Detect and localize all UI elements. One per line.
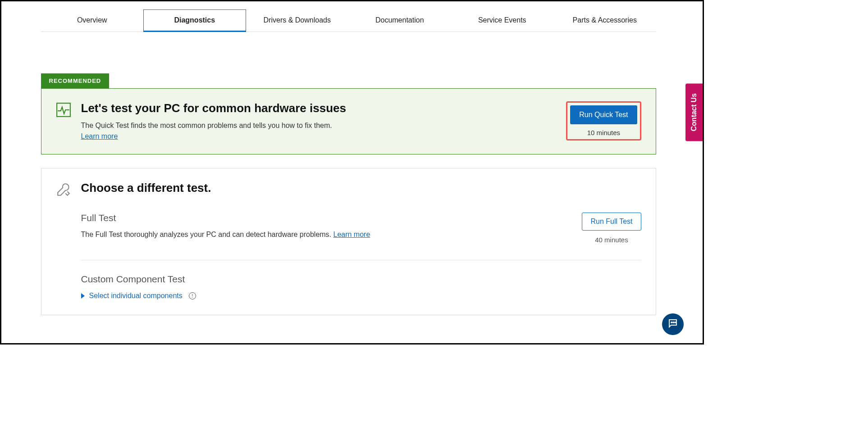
recommended-section: RECOMMENDED Let's test your PC for commo… <box>41 73 656 154</box>
tab-diagnostics[interactable]: Diagnostics <box>143 9 246 32</box>
full-test-learn-more-link[interactable]: Learn more <box>333 231 370 238</box>
tab-service-events[interactable]: Service Events <box>451 9 554 32</box>
svg-point-2 <box>673 322 674 323</box>
tab-parts[interactable]: Parts & Accessories <box>553 9 656 32</box>
tab-documentation[interactable]: Documentation <box>348 9 451 32</box>
tab-drivers[interactable]: Drivers & Downloads <box>246 9 349 32</box>
full-test-duration: 40 minutes <box>582 236 641 244</box>
tab-bar: Overview Diagnostics Drivers & Downloads… <box>41 1 656 32</box>
chat-icon <box>667 318 678 331</box>
run-quick-test-button[interactable]: Run Quick Test <box>570 105 637 124</box>
alternate-tests-card: Choose a different test. Full Test The F… <box>41 168 656 315</box>
select-components-toggle[interactable]: Select individual components ! <box>81 292 196 300</box>
contact-us-tab[interactable]: Contact Us <box>685 83 703 141</box>
scroll-area[interactable]: Overview Diagnostics Drivers & Downloads… <box>1 1 695 343</box>
page-frame: Overview Diagnostics Drivers & Downloads… <box>0 0 704 344</box>
heartbeat-icon <box>56 102 71 118</box>
chat-button[interactable] <box>662 313 684 335</box>
svg-point-1 <box>671 322 672 323</box>
recommended-badge: RECOMMENDED <box>41 73 110 88</box>
alternate-tests-title: Choose a different test. <box>81 181 211 195</box>
select-components-label: Select individual components <box>89 292 183 300</box>
tab-overview[interactable]: Overview <box>41 9 144 32</box>
full-test-name: Full Test <box>81 213 571 223</box>
run-full-test-button[interactable]: Run Full Test <box>582 213 641 231</box>
recommended-description: The Quick Test finds the most common pro… <box>81 122 346 130</box>
run-quick-test-highlight: Run Quick Test 10 minutes <box>566 101 641 140</box>
recommended-title: Let's test your PC for common hardware i… <box>81 101 346 115</box>
svg-point-3 <box>675 322 676 323</box>
custom-test-block: Custom Component Test Select individual … <box>81 274 641 304</box>
recommended-learn-more-link[interactable]: Learn more <box>81 132 118 140</box>
quick-test-duration: 10 minutes <box>570 129 637 136</box>
caret-right-icon <box>81 293 85 299</box>
full-test-block: Full Test The Full Test thoroughly analy… <box>81 213 641 260</box>
info-icon[interactable]: ! <box>189 292 196 299</box>
full-test-description: The Full Test thoroughly analyzes your P… <box>81 231 571 239</box>
tools-icon <box>56 182 71 197</box>
custom-test-name: Custom Component Test <box>81 274 641 285</box>
recommended-card: Let's test your PC for common hardware i… <box>41 88 656 154</box>
